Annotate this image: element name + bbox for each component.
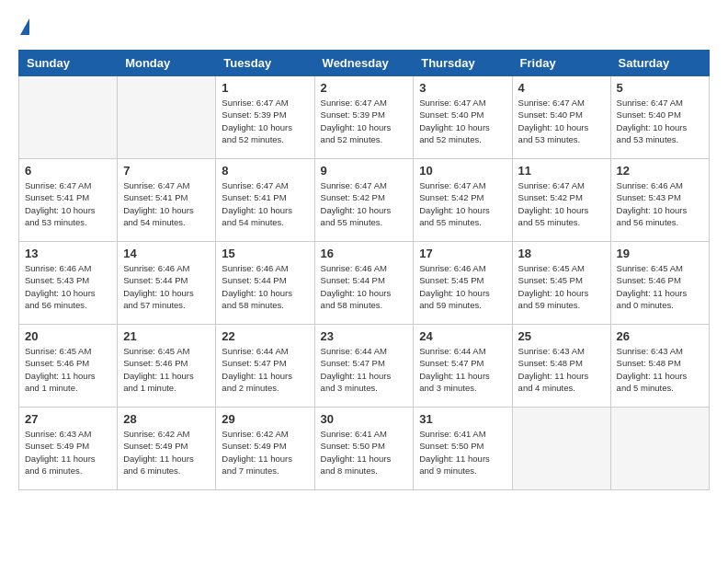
day-number: 1 — [222, 81, 308, 95]
day-number: 15 — [222, 247, 308, 260]
calendar-cell: 13Sunrise: 6:46 AMSunset: 5:43 PMDayligh… — [19, 242, 118, 325]
day-info: Sunrise: 6:46 AMSunset: 5:44 PMDaylight:… — [222, 262, 308, 311]
logo — [18, 18, 31, 35]
day-info: Sunrise: 6:46 AMSunset: 5:44 PMDaylight:… — [321, 262, 408, 311]
calendar-cell: 18Sunrise: 6:45 AMSunset: 5:45 PMDayligh… — [512, 242, 610, 325]
calendar-cell: 3Sunrise: 6:47 AMSunset: 5:40 PMDaylight… — [414, 76, 512, 159]
day-number: 17 — [419, 247, 506, 260]
calendar-week-row: 1Sunrise: 6:47 AMSunset: 5:39 PMDaylight… — [19, 76, 710, 159]
calendar-week-row: 13Sunrise: 6:46 AMSunset: 5:43 PMDayligh… — [19, 242, 710, 325]
calendar-cell — [512, 408, 610, 490]
calendar-cell: 17Sunrise: 6:46 AMSunset: 5:45 PMDayligh… — [414, 242, 512, 325]
calendar-cell: 15Sunrise: 6:46 AMSunset: 5:44 PMDayligh… — [216, 242, 314, 325]
calendar-cell: 30Sunrise: 6:41 AMSunset: 5:50 PMDayligh… — [314, 408, 414, 490]
day-number: 28 — [123, 412, 210, 426]
day-number: 21 — [123, 329, 210, 343]
weekday-header-friday: Friday — [512, 51, 610, 76]
day-number: 25 — [518, 329, 605, 343]
day-info: Sunrise: 6:46 AMSunset: 5:43 PMDaylight:… — [25, 262, 111, 311]
day-number: 12 — [617, 164, 703, 178]
day-info: Sunrise: 6:47 AMSunset: 5:39 PMDaylight:… — [222, 97, 308, 145]
day-number: 6 — [25, 164, 111, 178]
day-info: Sunrise: 6:45 AMSunset: 5:46 PMDaylight:… — [617, 262, 703, 311]
day-info: Sunrise: 6:45 AMSunset: 5:45 PMDaylight:… — [518, 262, 605, 311]
day-info: Sunrise: 6:46 AMSunset: 5:44 PMDaylight:… — [123, 262, 210, 311]
day-info: Sunrise: 6:43 AMSunset: 5:48 PMDaylight:… — [518, 345, 605, 394]
calendar-cell: 11Sunrise: 6:47 AMSunset: 5:42 PMDayligh… — [512, 159, 610, 242]
calendar-cell: 20Sunrise: 6:45 AMSunset: 5:46 PMDayligh… — [19, 325, 118, 408]
day-info: Sunrise: 6:41 AMSunset: 5:50 PMDaylight:… — [419, 428, 506, 477]
calendar-week-row: 6Sunrise: 6:47 AMSunset: 5:41 PMDaylight… — [19, 159, 710, 242]
day-number: 23 — [321, 329, 408, 343]
calendar-cell: 10Sunrise: 6:47 AMSunset: 5:42 PMDayligh… — [414, 159, 512, 242]
calendar-header-row: SundayMondayTuesdayWednesdayThursdayFrid… — [19, 51, 710, 76]
calendar-cell: 12Sunrise: 6:46 AMSunset: 5:43 PMDayligh… — [610, 159, 709, 242]
day-number: 30 — [321, 412, 408, 426]
day-number: 27 — [25, 412, 111, 426]
day-info: Sunrise: 6:42 AMSunset: 5:49 PMDaylight:… — [222, 428, 308, 477]
day-info: Sunrise: 6:44 AMSunset: 5:47 PMDaylight:… — [321, 345, 408, 394]
day-info: Sunrise: 6:46 AMSunset: 5:43 PMDaylight:… — [617, 179, 703, 228]
calendar-cell: 16Sunrise: 6:46 AMSunset: 5:44 PMDayligh… — [314, 242, 414, 325]
day-number: 4 — [518, 81, 605, 95]
day-info: Sunrise: 6:41 AMSunset: 5:50 PMDaylight:… — [321, 428, 408, 477]
calendar-cell — [19, 76, 118, 159]
day-info: Sunrise: 6:45 AMSunset: 5:46 PMDaylight:… — [123, 345, 210, 394]
day-number: 7 — [123, 164, 210, 178]
calendar-cell: 21Sunrise: 6:45 AMSunset: 5:46 PMDayligh… — [118, 325, 216, 408]
day-number: 24 — [419, 329, 506, 343]
day-info: Sunrise: 6:47 AMSunset: 5:41 PMDaylight:… — [25, 179, 111, 228]
day-info: Sunrise: 6:47 AMSunset: 5:40 PMDaylight:… — [617, 97, 703, 145]
calendar-cell: 24Sunrise: 6:44 AMSunset: 5:47 PMDayligh… — [414, 325, 512, 408]
calendar-cell: 27Sunrise: 6:43 AMSunset: 5:49 PMDayligh… — [19, 408, 118, 490]
calendar-week-row: 20Sunrise: 6:45 AMSunset: 5:46 PMDayligh… — [19, 325, 710, 408]
calendar-cell — [610, 408, 709, 490]
day-number: 19 — [617, 247, 703, 260]
calendar-cell: 25Sunrise: 6:43 AMSunset: 5:48 PMDayligh… — [512, 325, 610, 408]
calendar-cell: 2Sunrise: 6:47 AMSunset: 5:39 PMDaylight… — [314, 76, 414, 159]
weekday-header-thursday: Thursday — [414, 51, 512, 76]
day-number: 22 — [222, 329, 308, 343]
day-number: 3 — [419, 81, 506, 95]
day-number: 29 — [222, 412, 308, 426]
day-info: Sunrise: 6:47 AMSunset: 5:40 PMDaylight:… — [419, 97, 506, 145]
weekday-header-monday: Monday — [118, 51, 216, 76]
weekday-header-saturday: Saturday — [610, 51, 709, 76]
calendar-cell: 14Sunrise: 6:46 AMSunset: 5:44 PMDayligh… — [118, 242, 216, 325]
day-number: 13 — [25, 247, 111, 260]
calendar-cell: 19Sunrise: 6:45 AMSunset: 5:46 PMDayligh… — [610, 242, 709, 325]
calendar-cell: 22Sunrise: 6:44 AMSunset: 5:47 PMDayligh… — [216, 325, 314, 408]
day-info: Sunrise: 6:43 AMSunset: 5:49 PMDaylight:… — [25, 428, 111, 477]
day-number: 26 — [617, 329, 703, 343]
calendar-cell: 6Sunrise: 6:47 AMSunset: 5:41 PMDaylight… — [19, 159, 118, 242]
calendar-cell — [118, 76, 216, 159]
weekday-header-wednesday: Wednesday — [314, 51, 414, 76]
calendar-cell: 4Sunrise: 6:47 AMSunset: 5:40 PMDaylight… — [512, 76, 610, 159]
day-number: 11 — [518, 164, 605, 178]
day-number: 31 — [419, 412, 506, 426]
day-number: 14 — [123, 247, 210, 260]
day-info: Sunrise: 6:47 AMSunset: 5:39 PMDaylight:… — [321, 97, 408, 145]
day-number: 8 — [222, 164, 308, 178]
day-number: 18 — [518, 247, 605, 260]
day-info: Sunrise: 6:47 AMSunset: 5:42 PMDaylight:… — [419, 179, 506, 228]
day-info: Sunrise: 6:44 AMSunset: 5:47 PMDaylight:… — [419, 345, 506, 394]
day-info: Sunrise: 6:47 AMSunset: 5:42 PMDaylight:… — [321, 179, 408, 228]
day-info: Sunrise: 6:47 AMSunset: 5:42 PMDaylight:… — [518, 179, 605, 228]
day-number: 9 — [321, 164, 408, 178]
calendar-week-row: 27Sunrise: 6:43 AMSunset: 5:49 PMDayligh… — [19, 408, 710, 490]
day-info: Sunrise: 6:47 AMSunset: 5:40 PMDaylight:… — [518, 97, 605, 145]
day-info: Sunrise: 6:44 AMSunset: 5:47 PMDaylight:… — [222, 345, 308, 394]
day-info: Sunrise: 6:42 AMSunset: 5:49 PMDaylight:… — [123, 428, 210, 477]
weekday-header-sunday: Sunday — [19, 51, 118, 76]
logo-triangle-icon — [20, 18, 29, 35]
calendar-cell: 23Sunrise: 6:44 AMSunset: 5:47 PMDayligh… — [314, 325, 414, 408]
calendar-cell: 8Sunrise: 6:47 AMSunset: 5:41 PMDaylight… — [216, 159, 314, 242]
day-info: Sunrise: 6:46 AMSunset: 5:45 PMDaylight:… — [419, 262, 506, 311]
calendar-cell: 29Sunrise: 6:42 AMSunset: 5:49 PMDayligh… — [216, 408, 314, 490]
day-info: Sunrise: 6:47 AMSunset: 5:41 PMDaylight:… — [222, 179, 308, 228]
calendar-cell: 28Sunrise: 6:42 AMSunset: 5:49 PMDayligh… — [118, 408, 216, 490]
calendar-table: SundayMondayTuesdayWednesdayThursdayFrid… — [18, 50, 710, 490]
calendar-cell: 5Sunrise: 6:47 AMSunset: 5:40 PMDaylight… — [610, 76, 709, 159]
calendar-cell: 9Sunrise: 6:47 AMSunset: 5:42 PMDaylight… — [314, 159, 414, 242]
